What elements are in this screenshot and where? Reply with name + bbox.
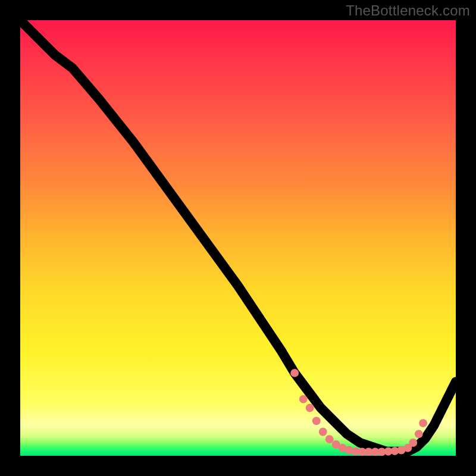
curve-marker xyxy=(319,428,327,436)
curve-marker xyxy=(325,435,334,443)
curve-marker xyxy=(306,404,314,412)
curve-marker xyxy=(299,395,308,403)
bottleneck-curve xyxy=(20,20,456,452)
plot-svg xyxy=(20,20,456,456)
plot-area xyxy=(20,20,456,456)
curve-marker xyxy=(312,416,321,425)
curve-marker xyxy=(409,439,417,447)
curve-marker xyxy=(415,430,423,438)
curve-marker xyxy=(290,369,299,377)
chart-frame: TheBottleneck.com xyxy=(0,0,476,476)
watermark-text: TheBottleneck.com xyxy=(346,2,470,19)
curve-marker xyxy=(419,419,427,427)
